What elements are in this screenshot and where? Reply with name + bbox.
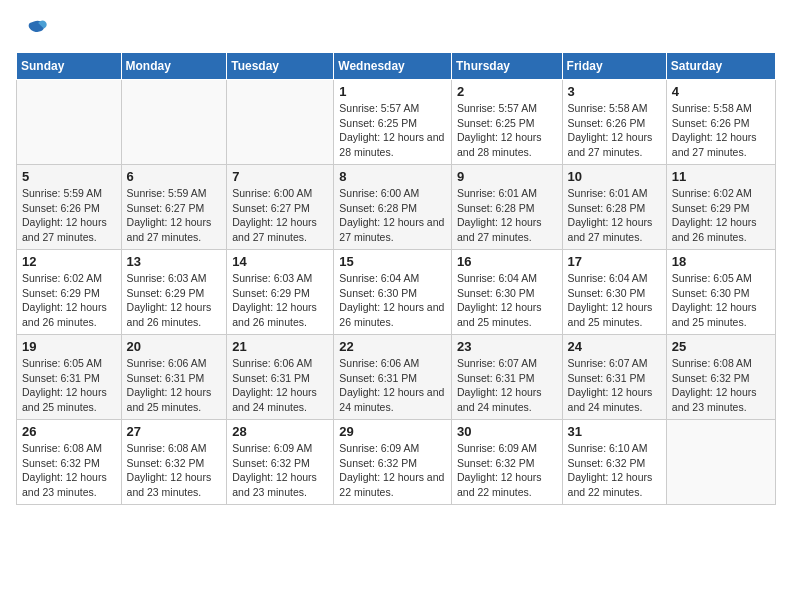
day-number: 18 [672, 254, 770, 269]
calendar-cell: 30Sunrise: 6:09 AMSunset: 6:32 PMDayligh… [451, 420, 562, 505]
calendar-cell: 6Sunrise: 5:59 AMSunset: 6:27 PMDaylight… [121, 165, 227, 250]
calendar-week-3: 12Sunrise: 6:02 AMSunset: 6:29 PMDayligh… [17, 250, 776, 335]
calendar-cell: 28Sunrise: 6:09 AMSunset: 6:32 PMDayligh… [227, 420, 334, 505]
calendar-week-5: 26Sunrise: 6:08 AMSunset: 6:32 PMDayligh… [17, 420, 776, 505]
day-info: Sunrise: 6:05 AMSunset: 6:30 PMDaylight:… [672, 271, 770, 330]
day-info: Sunrise: 6:05 AMSunset: 6:31 PMDaylight:… [22, 356, 116, 415]
day-number: 15 [339, 254, 446, 269]
calendar-cell [121, 80, 227, 165]
header-sunday: Sunday [17, 53, 122, 80]
day-number: 22 [339, 339, 446, 354]
calendar-cell: 24Sunrise: 6:07 AMSunset: 6:31 PMDayligh… [562, 335, 666, 420]
day-number: 6 [127, 169, 222, 184]
calendar-cell: 27Sunrise: 6:08 AMSunset: 6:32 PMDayligh… [121, 420, 227, 505]
day-info: Sunrise: 6:06 AMSunset: 6:31 PMDaylight:… [127, 356, 222, 415]
calendar-cell: 16Sunrise: 6:04 AMSunset: 6:30 PMDayligh… [451, 250, 562, 335]
calendar-cell: 23Sunrise: 6:07 AMSunset: 6:31 PMDayligh… [451, 335, 562, 420]
header-wednesday: Wednesday [334, 53, 452, 80]
calendar-cell: 13Sunrise: 6:03 AMSunset: 6:29 PMDayligh… [121, 250, 227, 335]
header-tuesday: Tuesday [227, 53, 334, 80]
day-number: 27 [127, 424, 222, 439]
day-number: 8 [339, 169, 446, 184]
day-info: Sunrise: 6:10 AMSunset: 6:32 PMDaylight:… [568, 441, 661, 500]
day-info: Sunrise: 6:07 AMSunset: 6:31 PMDaylight:… [568, 356, 661, 415]
day-info: Sunrise: 5:58 AMSunset: 6:26 PMDaylight:… [672, 101, 770, 160]
calendar-cell: 1Sunrise: 5:57 AMSunset: 6:25 PMDaylight… [334, 80, 452, 165]
day-info: Sunrise: 6:08 AMSunset: 6:32 PMDaylight:… [22, 441, 116, 500]
day-number: 4 [672, 84, 770, 99]
day-number: 1 [339, 84, 446, 99]
day-info: Sunrise: 6:03 AMSunset: 6:29 PMDaylight:… [127, 271, 222, 330]
calendar-cell: 7Sunrise: 6:00 AMSunset: 6:27 PMDaylight… [227, 165, 334, 250]
logo-bird-icon [20, 16, 48, 44]
day-number: 14 [232, 254, 328, 269]
day-number: 5 [22, 169, 116, 184]
day-info: Sunrise: 6:08 AMSunset: 6:32 PMDaylight:… [127, 441, 222, 500]
calendar-cell: 14Sunrise: 6:03 AMSunset: 6:29 PMDayligh… [227, 250, 334, 335]
calendar-cell: 8Sunrise: 6:00 AMSunset: 6:28 PMDaylight… [334, 165, 452, 250]
day-info: Sunrise: 6:04 AMSunset: 6:30 PMDaylight:… [339, 271, 446, 330]
calendar-cell [666, 420, 775, 505]
calendar-cell: 25Sunrise: 6:08 AMSunset: 6:32 PMDayligh… [666, 335, 775, 420]
header-thursday: Thursday [451, 53, 562, 80]
day-info: Sunrise: 6:09 AMSunset: 6:32 PMDaylight:… [457, 441, 557, 500]
page-header [16, 16, 776, 44]
calendar-cell: 21Sunrise: 6:06 AMSunset: 6:31 PMDayligh… [227, 335, 334, 420]
day-number: 19 [22, 339, 116, 354]
calendar-cell: 11Sunrise: 6:02 AMSunset: 6:29 PMDayligh… [666, 165, 775, 250]
calendar-cell: 29Sunrise: 6:09 AMSunset: 6:32 PMDayligh… [334, 420, 452, 505]
day-number: 21 [232, 339, 328, 354]
day-info: Sunrise: 6:09 AMSunset: 6:32 PMDaylight:… [339, 441, 446, 500]
calendar-cell: 31Sunrise: 6:10 AMSunset: 6:32 PMDayligh… [562, 420, 666, 505]
calendar-cell: 18Sunrise: 6:05 AMSunset: 6:30 PMDayligh… [666, 250, 775, 335]
day-number: 3 [568, 84, 661, 99]
day-number: 16 [457, 254, 557, 269]
day-info: Sunrise: 5:59 AMSunset: 6:26 PMDaylight:… [22, 186, 116, 245]
day-info: Sunrise: 6:08 AMSunset: 6:32 PMDaylight:… [672, 356, 770, 415]
calendar-cell [227, 80, 334, 165]
day-info: Sunrise: 6:00 AMSunset: 6:28 PMDaylight:… [339, 186, 446, 245]
day-number: 20 [127, 339, 222, 354]
calendar-cell [17, 80, 122, 165]
day-number: 26 [22, 424, 116, 439]
day-info: Sunrise: 6:01 AMSunset: 6:28 PMDaylight:… [568, 186, 661, 245]
day-number: 29 [339, 424, 446, 439]
calendar-cell: 12Sunrise: 6:02 AMSunset: 6:29 PMDayligh… [17, 250, 122, 335]
day-info: Sunrise: 5:57 AMSunset: 6:25 PMDaylight:… [339, 101, 446, 160]
calendar-table: SundayMondayTuesdayWednesdayThursdayFrid… [16, 52, 776, 505]
header-friday: Friday [562, 53, 666, 80]
day-info: Sunrise: 6:03 AMSunset: 6:29 PMDaylight:… [232, 271, 328, 330]
day-info: Sunrise: 6:04 AMSunset: 6:30 PMDaylight:… [568, 271, 661, 330]
day-number: 17 [568, 254, 661, 269]
day-number: 13 [127, 254, 222, 269]
day-number: 9 [457, 169, 557, 184]
day-info: Sunrise: 6:00 AMSunset: 6:27 PMDaylight:… [232, 186, 328, 245]
day-info: Sunrise: 5:58 AMSunset: 6:26 PMDaylight:… [568, 101, 661, 160]
calendar-week-1: 1Sunrise: 5:57 AMSunset: 6:25 PMDaylight… [17, 80, 776, 165]
day-info: Sunrise: 6:01 AMSunset: 6:28 PMDaylight:… [457, 186, 557, 245]
header-saturday: Saturday [666, 53, 775, 80]
day-number: 2 [457, 84, 557, 99]
day-number: 30 [457, 424, 557, 439]
day-number: 23 [457, 339, 557, 354]
day-number: 7 [232, 169, 328, 184]
calendar-cell: 5Sunrise: 5:59 AMSunset: 6:26 PMDaylight… [17, 165, 122, 250]
day-info: Sunrise: 6:02 AMSunset: 6:29 PMDaylight:… [672, 186, 770, 245]
day-number: 11 [672, 169, 770, 184]
calendar-cell: 22Sunrise: 6:06 AMSunset: 6:31 PMDayligh… [334, 335, 452, 420]
calendar-cell: 10Sunrise: 6:01 AMSunset: 6:28 PMDayligh… [562, 165, 666, 250]
calendar-cell: 26Sunrise: 6:08 AMSunset: 6:32 PMDayligh… [17, 420, 122, 505]
day-number: 24 [568, 339, 661, 354]
calendar-cell: 2Sunrise: 5:57 AMSunset: 6:25 PMDaylight… [451, 80, 562, 165]
day-number: 25 [672, 339, 770, 354]
calendar-week-4: 19Sunrise: 6:05 AMSunset: 6:31 PMDayligh… [17, 335, 776, 420]
calendar-cell: 3Sunrise: 5:58 AMSunset: 6:26 PMDaylight… [562, 80, 666, 165]
calendar-cell: 19Sunrise: 6:05 AMSunset: 6:31 PMDayligh… [17, 335, 122, 420]
day-info: Sunrise: 6:09 AMSunset: 6:32 PMDaylight:… [232, 441, 328, 500]
day-info: Sunrise: 5:59 AMSunset: 6:27 PMDaylight:… [127, 186, 222, 245]
day-number: 28 [232, 424, 328, 439]
day-info: Sunrise: 6:06 AMSunset: 6:31 PMDaylight:… [232, 356, 328, 415]
calendar-header-row: SundayMondayTuesdayWednesdayThursdayFrid… [17, 53, 776, 80]
day-info: Sunrise: 6:04 AMSunset: 6:30 PMDaylight:… [457, 271, 557, 330]
calendar-cell: 4Sunrise: 5:58 AMSunset: 6:26 PMDaylight… [666, 80, 775, 165]
